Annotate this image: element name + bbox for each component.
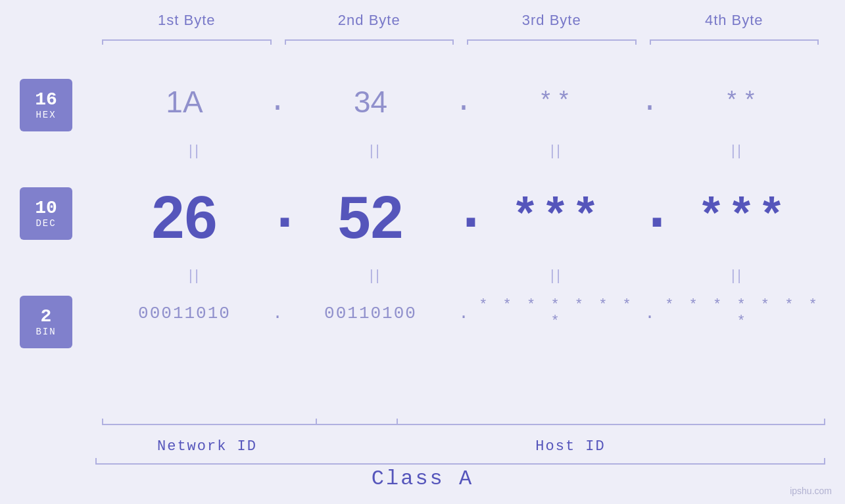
hex-dot3: . [639,85,660,119]
headers-row: 1st Byte 2nd Byte 3rd Byte 4th Byte [95,12,825,29]
hex-b3: ** [474,89,639,116]
bracket-lines [95,39,825,41]
bin-b3: * * * * * * * * [474,297,639,330]
header-byte2: 2nd Byte [278,12,461,29]
bin-base-num: 2 [41,307,52,327]
dec-dot2: . [453,177,474,258]
sep1-bar4: || [729,143,740,160]
base-block-dec: 10 DEC [20,187,72,240]
sep1-bar1: || [186,143,198,160]
separator-hex-dec: || || || || [102,143,825,160]
hex-b2: 34 [288,84,453,120]
bin-b1: 00011010 [102,304,267,323]
bin-dot2: . [453,304,474,323]
bracket-byte1 [102,39,272,41]
host-id-bracket [316,424,825,425]
dec-base-label: DEC [36,218,56,229]
full-bottom-bracket [95,463,825,465]
header-byte3: 3rd Byte [460,12,643,29]
hex-dot1: . [267,85,288,119]
dec-base-num: 10 [35,198,57,219]
network-id-label: Network ID [102,438,312,455]
bin-row: 00011010 . 00110100 . * * * * * * * * . … [102,297,825,330]
hex-row: 1A . 34 . ** . ** [102,84,825,120]
dec-dot1: . [267,177,288,258]
base-block-bin: 2 BIN [20,296,72,348]
bin-dot3: . [639,304,660,323]
class-label: Class A [372,467,473,491]
host-id-label: Host ID [316,438,825,455]
sep1-bar2: || [367,143,379,160]
dec-dot3: . [639,177,660,258]
bracket-byte2 [285,39,454,41]
dec-b1: 26 [102,184,267,252]
bin-b4: * * * * * * * * [660,297,825,330]
hex-b4: ** [660,89,825,116]
bracket-byte3 [467,39,637,41]
dec-b2: 52 [288,184,453,252]
bin-base-label: BIN [36,327,56,337]
dec-b3: *** [474,192,639,244]
sep2-bar2: || [367,268,379,285]
hex-base-num: 16 [35,90,57,110]
bracket-byte4 [650,39,819,41]
bin-dot1: . [267,304,288,323]
base-block-hex: 16 HEX [20,79,72,131]
hex-base-label: HEX [36,110,56,120]
dec-b4: *** [660,192,825,244]
separator-dec-bin: || || || || [102,268,825,285]
hex-dot2: . [453,85,474,119]
header-byte4: 4th Byte [643,12,826,29]
sep1-bar3: || [548,143,560,160]
dec-row: 26 . 52 . *** . *** [102,177,825,258]
header-byte1: 1st Byte [95,12,278,29]
watermark: ipshu.com [790,486,832,496]
sep2-bar3: || [548,268,560,285]
bin-b2: 00110100 [288,304,453,323]
sep2-bar1: || [186,268,198,285]
sep2-bar4: || [729,268,740,285]
hex-b1: 1A [102,84,267,120]
main-container: 1st Byte 2nd Byte 3rd Byte 4th Byte 16 H… [0,0,845,504]
